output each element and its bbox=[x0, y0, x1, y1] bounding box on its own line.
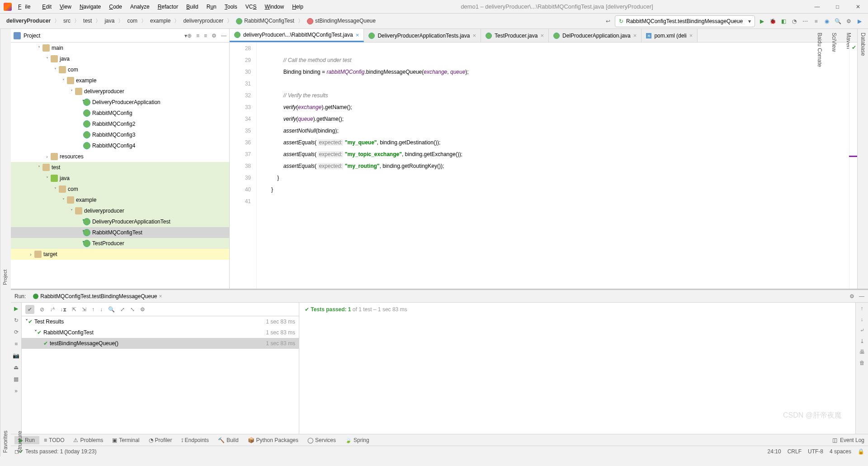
crumb[interactable]: com bbox=[125, 17, 139, 25]
menu-code[interactable]: Code bbox=[105, 2, 126, 12]
tree-item[interactable]: ˅deliveryproducer bbox=[11, 86, 229, 97]
close-tab-icon[interactable]: × bbox=[633, 32, 637, 39]
menu-file[interactable]: File bbox=[14, 2, 38, 12]
annotation-gutter[interactable] bbox=[257, 43, 268, 289]
run-configuration-selector[interactable]: ↻ RabbitMQConfigTest.testBindingMessageQ… bbox=[615, 15, 755, 27]
next-icon[interactable]: ↓ bbox=[100, 306, 103, 313]
attach-button[interactable]: ⋯ bbox=[801, 17, 809, 25]
scroll-up-icon[interactable]: ↑ bbox=[861, 305, 863, 312]
crumb[interactable]: example bbox=[148, 17, 172, 25]
expand-icon[interactable]: ⇱ bbox=[72, 306, 76, 313]
left-toolwindow-stripe-top[interactable]: Project bbox=[0, 29, 11, 289]
sidebar-comate[interactable]: Baidu Comate bbox=[816, 33, 823, 285]
menu-navigate[interactable]: Navigate bbox=[76, 2, 104, 12]
tree-item[interactable]: RabbitMQConfig3 bbox=[11, 129, 229, 140]
menu-view[interactable]: View bbox=[56, 2, 75, 12]
test-tree-item[interactable]: ˅✔Test Results1 sec 83 ms bbox=[22, 316, 299, 327]
close-tab-icon[interactable]: × bbox=[689, 32, 693, 39]
close-tab-icon[interactable]: × bbox=[540, 32, 544, 39]
tab-build[interactable]: 🔨 Build bbox=[213, 436, 243, 444]
menu-window[interactable]: Window bbox=[261, 2, 288, 12]
tab-problems[interactable]: ⚠ Problems bbox=[69, 436, 108, 444]
tab-services[interactable]: ◯ Services bbox=[303, 436, 340, 444]
tree-item[interactable]: ˅test bbox=[11, 162, 229, 173]
status-indent[interactable]: 4 spaces bbox=[830, 448, 851, 455]
menu-analyze[interactable]: Analyze bbox=[127, 2, 153, 12]
browser-icon[interactable]: ◉ bbox=[823, 17, 831, 25]
maximize-button[interactable]: □ bbox=[827, 0, 848, 14]
debug-button[interactable]: 🐞 bbox=[769, 17, 777, 25]
project-tree[interactable]: ˅main˅java˅com˅example˅deliveryproducerD… bbox=[11, 43, 229, 289]
import-icon[interactable]: ⤢ bbox=[120, 306, 125, 313]
clear-icon[interactable]: 🗑 bbox=[859, 360, 865, 366]
menu-tools[interactable]: Tools bbox=[221, 2, 241, 12]
prev-icon[interactable]: ↑ bbox=[92, 306, 94, 313]
menu-vcs[interactable]: VCS bbox=[242, 2, 260, 12]
tab-endpoints[interactable]: ⟟ Endpoints bbox=[177, 436, 213, 444]
crumb-method[interactable]: stBindingMessageQueue bbox=[305, 17, 377, 25]
tree-item[interactable]: ›resources bbox=[11, 151, 229, 162]
editor-tab[interactable]: deliveryProducer\...\RabbitMQConfigTest.… bbox=[230, 29, 364, 42]
crumb-module[interactable]: deliveryProducer bbox=[5, 17, 52, 25]
status-lock-icon[interactable]: 🔒 bbox=[858, 448, 864, 455]
tree-item[interactable]: RabbitMQConfig bbox=[11, 108, 229, 119]
print-icon[interactable]: 🖶 bbox=[859, 349, 865, 355]
select-opened-file-icon[interactable]: ⊕ bbox=[187, 33, 192, 39]
status-line-sep[interactable]: CRLF bbox=[788, 448, 802, 455]
sidebar-favorites[interactable]: Favorites bbox=[2, 292, 9, 453]
search-icon[interactable]: 🔍 bbox=[834, 17, 842, 25]
tree-item[interactable]: ˅com bbox=[11, 184, 229, 195]
tree-item[interactable]: RabbitMQConfig4 bbox=[11, 140, 229, 151]
line-number-gutter[interactable]: 2829303132333435363738394041 bbox=[230, 43, 257, 289]
crumb[interactable]: deliveryproducer bbox=[181, 17, 225, 25]
tree-item[interactable]: ›target bbox=[11, 249, 229, 260]
scroll-end-icon[interactable]: ⤓ bbox=[860, 338, 864, 344]
expand-all-icon[interactable]: ≡ bbox=[196, 33, 199, 39]
tab-spring[interactable]: 🍃 Spring bbox=[340, 436, 374, 444]
tree-item[interactable]: ˅example bbox=[11, 75, 229, 86]
run-hide-icon[interactable]: — bbox=[859, 293, 864, 300]
close-tab-icon[interactable]: × bbox=[472, 32, 476, 39]
tree-item[interactable]: TestProducer bbox=[11, 238, 229, 249]
stop-button[interactable]: ■ bbox=[812, 17, 820, 25]
status-encoding[interactable]: UTF-8 bbox=[808, 448, 823, 455]
tab-profiler[interactable]: ◔ Profiler bbox=[144, 436, 177, 444]
tree-item[interactable]: RabbitMQConfigTest bbox=[11, 227, 229, 238]
test-settings-icon[interactable]: ⚙ bbox=[140, 306, 145, 313]
event-log[interactable]: Event Log bbox=[840, 437, 864, 443]
minimize-button[interactable]: — bbox=[807, 0, 827, 14]
tree-item[interactable]: ˅java bbox=[11, 173, 229, 184]
sort-alpha-icon[interactable]: ↓ᴬ bbox=[50, 306, 55, 313]
test-tree-item[interactable]: ✔testBindingMessageQueue()1 sec 83 ms bbox=[22, 338, 299, 349]
tree-item[interactable]: ˅example bbox=[11, 195, 229, 205]
editor-tab[interactable]: DeliveryProducerApplicationTests.java× bbox=[364, 29, 481, 42]
editor-tab[interactable]: DelProducerApplication.java× bbox=[549, 29, 642, 42]
profile-button[interactable]: ◔ bbox=[790, 17, 798, 25]
editor-tab[interactable]: TestProducer.java× bbox=[481, 29, 549, 42]
editor-error-stripe[interactable]: ✔ bbox=[849, 43, 857, 289]
run-settings-icon[interactable]: ⚙ bbox=[849, 293, 854, 300]
close-tab-icon[interactable]: × bbox=[356, 32, 359, 38]
tree-item[interactable]: RabbitMQConfig2 bbox=[11, 119, 229, 129]
tab-terminal[interactable]: ▣ Terminal bbox=[108, 436, 144, 444]
sidebar-structure[interactable]: Structure bbox=[17, 292, 23, 453]
hide-icon[interactable]: — bbox=[221, 33, 226, 39]
editor-tab[interactable]: mpom.xml (deli× bbox=[642, 29, 698, 42]
comate-icon[interactable]: ▶ bbox=[855, 17, 863, 25]
menu-build[interactable]: Build bbox=[183, 2, 202, 12]
soft-wrap-icon[interactable]: ⤶ bbox=[860, 327, 864, 333]
sort-duration-icon[interactable]: ↓⧗ bbox=[60, 306, 66, 313]
coverage-button[interactable]: ◧ bbox=[779, 17, 788, 25]
crumb[interactable]: src bbox=[61, 17, 72, 25]
test-search-icon[interactable]: 🔍 bbox=[108, 306, 115, 313]
export-icon[interactable]: ⤡ bbox=[130, 306, 135, 313]
sidebar-sciview[interactable]: SciView bbox=[831, 33, 837, 285]
show-ignored-toggle[interactable]: ⊘ bbox=[40, 306, 44, 313]
sidebar-database[interactable]: Database bbox=[860, 33, 866, 285]
settings-icon[interactable]: ⚙ bbox=[844, 17, 853, 25]
marker[interactable] bbox=[849, 156, 857, 157]
crumb-class[interactable]: RabbitMQConfigTest bbox=[234, 17, 296, 25]
crumb[interactable]: java bbox=[103, 17, 116, 25]
back-icon[interactable]: ↩ bbox=[604, 17, 612, 25]
menu-run[interactable]: Run bbox=[203, 2, 220, 12]
